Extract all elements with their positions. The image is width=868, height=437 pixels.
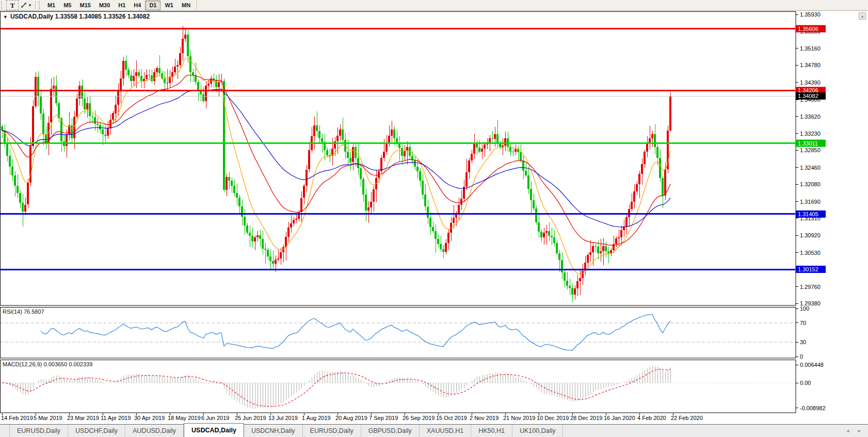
candle-body [419,171,421,181]
timeframe-button-h4[interactable]: H4 [130,1,145,10]
candle-body [654,134,656,148]
candle-body [244,217,246,225]
candle-body [669,96,671,131]
toolbar-grip[interactable] [39,1,42,9]
candle-body [22,203,24,212]
timeframe-button-d1[interactable]: D1 [145,1,160,10]
candle-body [424,195,426,207]
y-axis-tick-label: 1.33230 [800,131,821,137]
candle-body [300,198,302,213]
candle-body [427,207,429,218]
toolbar-separator [35,1,36,9]
candle-body [551,236,553,237]
y-axis-tick-label: 1.30920 [800,232,821,238]
timeframe-button-mn[interactable]: MN [178,1,195,10]
tab-scroll-right-icon[interactable]: ► [857,428,862,433]
candle-body [176,65,179,67]
candle-body [571,288,573,295]
timeframe-button-h1[interactable]: H1 [114,1,130,10]
price-badge-label: 1.35606 [798,26,818,32]
candle-body [326,150,328,155]
candle-body [140,76,142,81]
tab-scroll-left-icon[interactable]: ◄ [845,428,850,433]
candle-body [290,223,292,228]
rsi-tick-label: 70 [800,320,806,326]
timeframe-button-m1[interactable]: M1 [43,1,59,10]
candle-body [380,158,382,171]
y-axis-tick-label: 1.32080 [800,181,821,187]
text-tool-button[interactable]: T [6,0,19,10]
candle-body [127,70,130,76]
candle-body [561,260,563,272]
candle-body [125,61,127,70]
candle-body [597,247,599,253]
candle-body [607,251,609,253]
candle-body [269,256,271,261]
candle-body [458,205,460,214]
candle-body [184,35,186,39]
candle-body [89,103,91,117]
candle-body [146,75,148,79]
candle-body [509,147,511,152]
rsi-panel[interactable] [1,307,796,359]
candle-body [251,236,253,242]
tab-usdcad-daily[interactable]: USDCAD,Daily [184,423,244,437]
candle-body [620,230,622,237]
timeframe-button-m30[interactable]: M30 [95,1,114,10]
timeframe-button-m15[interactable]: M15 [75,1,94,10]
tab-uk100-daily[interactable]: UK100,Daily [512,425,563,437]
tab-eurusd-daily[interactable]: EURUSD,Daily [9,425,68,437]
candle-body [566,281,568,286]
candle-body [406,147,408,150]
candle-body [602,246,604,251]
tab-xauusd-h1[interactable]: XAUUSD,H1 [420,425,472,437]
candle-body [120,78,122,90]
timeframe-button-w1[interactable]: W1 [160,1,178,10]
candle-body [543,233,545,237]
candle-body [104,135,106,136]
candle-body [262,239,264,249]
tab-usdcnh-daily[interactable]: USDCNH,Daily [244,425,303,437]
candle-body [414,160,416,167]
candle-body [287,228,290,237]
candle-body [236,193,238,197]
candle-body [55,86,57,103]
timeframe-button-m5[interactable]: M5 [59,1,75,10]
candle-body [360,168,362,180]
candle-body [182,39,184,53]
y-axis-tick-label: 1.30530 [800,250,821,256]
candle-body [453,218,455,223]
tab-hk50-h1[interactable]: HK50,H1 [471,425,512,437]
candle-body [357,158,359,168]
candle-body [295,219,297,220]
candle-body [195,75,197,82]
tab-eurusd-daily[interactable]: EURUSD,Daily [303,425,361,437]
candle-body [272,261,274,264]
candle-body [638,174,640,185]
chevron-down-icon: ▼ [28,3,32,8]
macd-panel[interactable] [1,360,796,413]
candle-body [373,189,375,202]
date-label: 18 May 2019 [168,415,201,421]
candle-body [435,231,437,239]
tab-audusd-daily[interactable]: AUDUSD,Daily [125,425,184,437]
candle-body [393,130,395,138]
chart-scroll-arrow[interactable]: ▲ [859,12,866,20]
candle-body [447,233,449,243]
main-chart-panel[interactable] [1,12,796,306]
y-axis-tick-label: 1.34780 [800,62,821,68]
tab-gbpusd-daily[interactable]: GBPUSD,Daily [361,425,420,437]
date-label: 11 Apr 2019 [101,415,131,421]
price-badge-label: 1.31405 [798,211,818,217]
tab-usdchf-daily[interactable]: USDCHF,Daily [68,425,125,437]
candle-body [370,202,372,207]
candle-body [138,72,140,76]
candle-body [646,143,648,152]
date-axis: 14 Feb 20195 Mar 201923 Mar 201911 Apr 2… [1,413,703,422]
arrows-tool-button[interactable]: ▼ [20,0,33,10]
candle-body [582,271,584,278]
date-label: 14 Feb 2019 [1,415,33,421]
candle-body [587,255,589,263]
candle-body [264,249,266,250]
toolbar-grip[interactable] [1,1,5,9]
